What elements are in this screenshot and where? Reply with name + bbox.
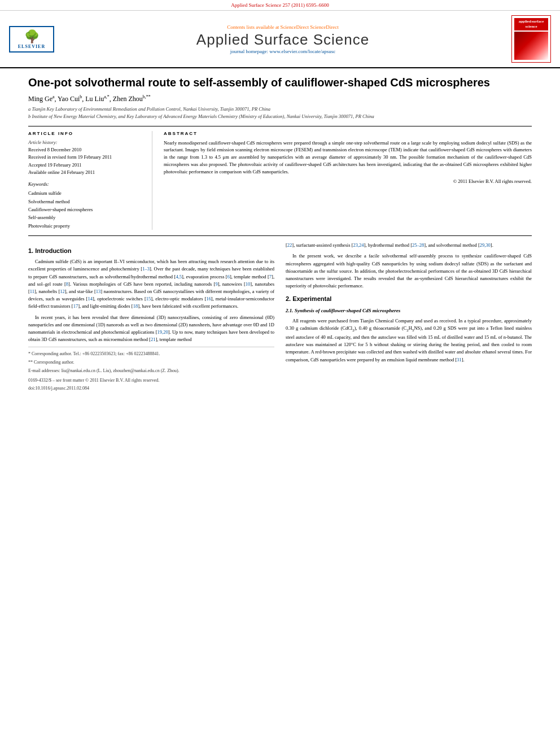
header-divider	[28, 126, 532, 126]
synthesis-para: All reagents were purchased from Tianjin…	[286, 317, 532, 364]
journal-logo-label: applied surface science	[514, 18, 548, 30]
keyword-2: Solvothermal method	[28, 198, 143, 206]
keyword-4: Self-assembly	[28, 213, 143, 221]
keywords-label: Keywords:	[28, 181, 143, 187]
journal-citation: Applied Surface Science 257 (2011) 6595–…	[231, 2, 329, 8]
sciencedirect-link: Contents lists available at ScienceDirec…	[60, 24, 506, 30]
journal-right-logo: applied surface science	[511, 15, 551, 63]
synthesis-subheading: 2.1. Synthesis of cauliflower-shaped CdS…	[286, 307, 532, 315]
journal-name: Applied Surface Science	[60, 31, 506, 49]
received-date: Received 8 December 2010	[28, 146, 143, 154]
abstract-text: Nearly monodispersed cauliflower-shaped …	[164, 139, 532, 176]
affiliation-a: a Tianjin Key Laboratory of Environmenta…	[28, 106, 532, 113]
footnote-corresponding1: * Corresponding author. Tel.: +86 022235…	[28, 351, 274, 358]
body-right-column: [22], surfactant-assisted synthesis [23,…	[286, 242, 532, 394]
right-para-1: [22], surfactant-assisted synthesis [23,…	[286, 242, 532, 249]
sciencedirect-brand: ScienceDirect	[310, 24, 338, 30]
authors-line: Ming Gea, Yao Cuib, Lu Liua,*, Zhen Zhou…	[28, 94, 532, 103]
accepted-date: Accepted 19 February 2011	[28, 161, 143, 169]
right-para-2: In the present work, we describe a facil…	[286, 252, 532, 290]
footnote-email: E-mail addresses: liu@nankai.edu.cn (L. …	[28, 368, 274, 375]
keywords-list: Cadmium sulfide Solvothermal method Caul…	[28, 189, 143, 230]
elsevier-text: ELSEVIER	[12, 44, 51, 49]
article-info-title: ARTICLE INFO	[28, 131, 143, 136]
footnote-license: 0169-4332/$ – see front matter © 2011 El…	[28, 377, 274, 385]
footnote-corresponding2: ** Corresponding author.	[28, 359, 274, 366]
body-left-column: 1. Introduction Cadmium sulfide (CdS) is…	[28, 242, 274, 394]
footnote-area: * Corresponding author. Tel.: +86 022235…	[28, 347, 274, 392]
homepage-url[interactable]: www.elsevier.com/locate/apsusc	[269, 49, 335, 54]
article-dates: Received 8 December 2010 Received in rev…	[28, 146, 143, 177]
affiliations: a Tianjin Key Laboratory of Environmenta…	[28, 106, 532, 120]
article-history-label: Article history:	[28, 139, 143, 145]
journal-logo-image	[514, 32, 548, 60]
online-date: Available online 24 February 2011	[28, 169, 143, 177]
intro-para-2: In recent years, it has been revealed th…	[28, 314, 274, 344]
abstract-panel: ABSTRACT Nearly monodispersed cauliflowe…	[164, 131, 532, 230]
affiliation-b: b Institute of New Energy Material Chemi…	[28, 113, 532, 120]
keyword-5: Photovoltaic property	[28, 222, 143, 230]
body-divider	[28, 235, 532, 236]
journal-citation-bar: Applied Surface Science 257 (2011) 6595–…	[0, 0, 560, 11]
keyword-1: Cadmium sulfide	[28, 189, 143, 197]
journal-header: 🌳 ELSEVIER Contents lists available at S…	[0, 11, 560, 68]
elsevier-tree-icon: 🌳	[12, 29, 51, 44]
abstract-title: ABSTRACT	[164, 131, 532, 136]
journal-homepage: journal homepage: www.elsevier.com/locat…	[60, 49, 506, 54]
intro-para-1: Cadmium sulfide (CdS) is an important II…	[28, 258, 274, 310]
revised-date: Received in revised form 19 February 201…	[28, 154, 143, 161]
elsevier-logo: 🌳 ELSEVIER	[9, 26, 54, 53]
article-title: One-pot solvothermal route to self-assem…	[28, 75, 532, 90]
experimental-heading: 2. Experimental	[286, 294, 532, 304]
footnote-doi: doi:10.1016/j.apsusc.2011.02.084	[28, 385, 274, 392]
copyright-notice: © 2011 Elsevier B.V. All rights reserved…	[164, 178, 532, 184]
article-info-panel: ARTICLE INFO Article history: Received 8…	[28, 131, 152, 230]
keyword-3: Cauliflower-shaped microspheres	[28, 206, 143, 213]
journal-title-area: Contents lists available at ScienceDirec…	[60, 24, 506, 54]
introduction-heading: 1. Introduction	[28, 246, 274, 256]
